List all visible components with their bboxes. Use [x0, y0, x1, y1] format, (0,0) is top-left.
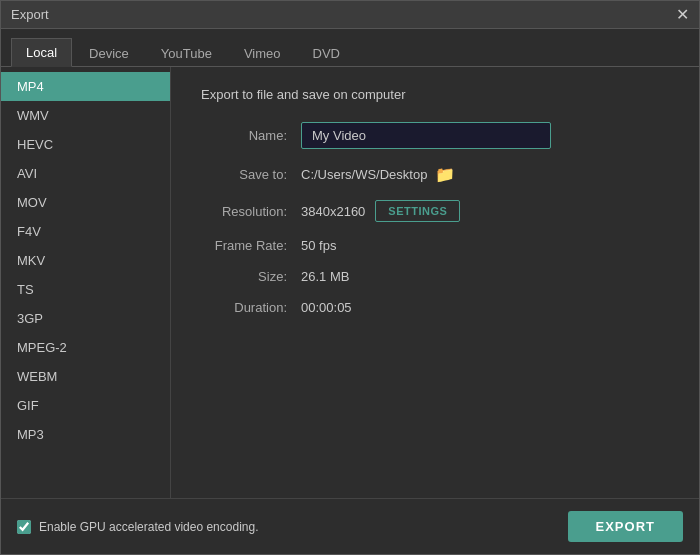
sidebar-item-ts[interactable]: TS: [1, 275, 170, 304]
sidebar-item-3gp[interactable]: 3GP: [1, 304, 170, 333]
export-description: Export to file and save on computer: [201, 87, 669, 102]
gpu-checkbox-area: Enable GPU accelerated video encoding.: [17, 520, 258, 534]
gpu-checkbox[interactable]: [17, 520, 31, 534]
tab-vimeo[interactable]: Vimeo: [229, 39, 296, 67]
sidebar-item-mkv[interactable]: MKV: [1, 246, 170, 275]
sidebar-item-webm[interactable]: WEBM: [1, 362, 170, 391]
tab-local[interactable]: Local: [11, 38, 72, 67]
tab-dvd[interactable]: DVD: [298, 39, 355, 67]
duration-row: Duration: 00:00:05: [201, 300, 669, 315]
sidebar-item-hevc[interactable]: HEVC: [1, 130, 170, 159]
content-area: MP4 WMV HEVC AVI MOV F4V MKV TS: [1, 67, 699, 498]
footer: Enable GPU accelerated video encoding. E…: [1, 498, 699, 554]
format-sidebar: MP4 WMV HEVC AVI MOV F4V MKV TS: [1, 67, 171, 498]
folder-icon[interactable]: 📁: [435, 165, 455, 184]
settings-button[interactable]: SETTINGS: [375, 200, 460, 222]
name-input[interactable]: [301, 122, 551, 149]
gpu-label: Enable GPU accelerated video encoding.: [39, 520, 258, 534]
main-panel: Export to file and save on computer Name…: [171, 67, 699, 498]
sidebar-item-mp4[interactable]: MP4: [1, 72, 170, 101]
export-window: Export ✕ Local Device YouTube Vimeo DVD …: [0, 0, 700, 555]
close-button[interactable]: ✕: [676, 7, 689, 23]
sidebar-item-mpeg2[interactable]: MPEG-2: [1, 333, 170, 362]
sidebar-item-mov[interactable]: MOV: [1, 188, 170, 217]
resolution-value: 3840x2160: [301, 204, 365, 219]
title-bar: Export ✕: [1, 1, 699, 29]
name-row: Name:: [201, 122, 669, 149]
size-value: 26.1 MB: [301, 269, 349, 284]
tab-bar: Local Device YouTube Vimeo DVD: [1, 29, 699, 67]
save-to-path: C:/Users/WS/Desktop: [301, 167, 427, 182]
frame-rate-label: Frame Rate:: [201, 238, 301, 253]
window-title: Export: [11, 7, 49, 22]
name-label: Name:: [201, 128, 301, 143]
resolution-label: Resolution:: [201, 204, 301, 219]
frame-rate-row: Frame Rate: 50 fps: [201, 238, 669, 253]
duration-label: Duration:: [201, 300, 301, 315]
export-button[interactable]: EXPORT: [568, 511, 683, 542]
tab-youtube[interactable]: YouTube: [146, 39, 227, 67]
resolution-row: Resolution: 3840x2160 SETTINGS: [201, 200, 669, 222]
duration-value: 00:00:05: [301, 300, 352, 315]
size-label: Size:: [201, 269, 301, 284]
resolution-content: 3840x2160 SETTINGS: [301, 200, 460, 222]
save-to-label: Save to:: [201, 167, 301, 182]
size-row: Size: 26.1 MB: [201, 269, 669, 284]
sidebar-item-gif[interactable]: GIF: [1, 391, 170, 420]
tab-device[interactable]: Device: [74, 39, 144, 67]
save-to-row: Save to: C:/Users/WS/Desktop 📁: [201, 165, 669, 184]
sidebar-item-f4v[interactable]: F4V: [1, 217, 170, 246]
frame-rate-value: 50 fps: [301, 238, 336, 253]
sidebar-item-mp3[interactable]: MP3: [1, 420, 170, 449]
sidebar-item-avi[interactable]: AVI: [1, 159, 170, 188]
save-to-content: C:/Users/WS/Desktop 📁: [301, 165, 455, 184]
sidebar-item-wmv[interactable]: WMV: [1, 101, 170, 130]
